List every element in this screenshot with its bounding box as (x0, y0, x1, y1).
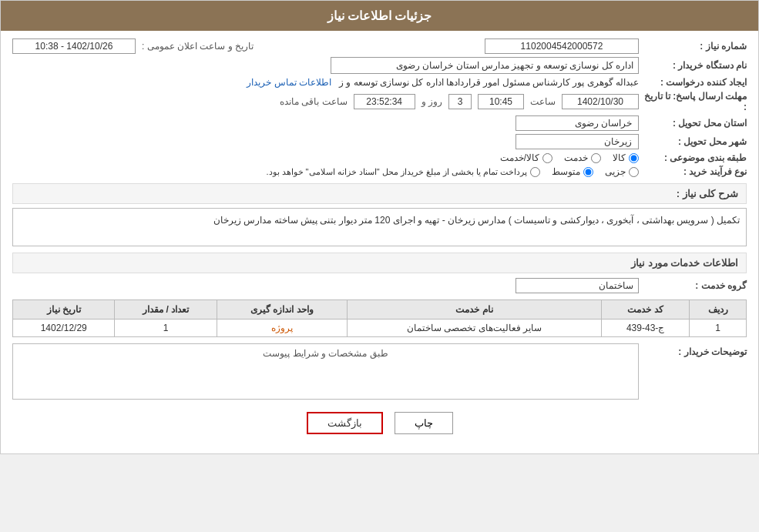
date-main: 1402/10/30 (562, 94, 639, 109)
ostan-input: خراسان رضوی (516, 115, 639, 131)
tabaqe-label: طبقه بندی موضوعی : (639, 152, 747, 163)
nooe-row: نوع فرآیند خرید : جزیی متوسط پرداخت تمام… (12, 166, 747, 177)
row-code: ج-43-439 (602, 320, 690, 337)
tosifat-textarea[interactable] (19, 362, 632, 393)
col-radif: ردیف (690, 300, 747, 320)
taarikh-aalan-label: تاریخ و ساعت اعلان عمومی : (142, 41, 254, 52)
nooe-radio-group: جزیی متوسط پرداخت تمام یا بخشی از مبلغ خ… (12, 166, 639, 177)
table-header-row: ردیف کد خدمت نام خدمت واحد اندازه گیری ت… (13, 300, 747, 320)
nam-dastgah-input: اداره کل نوسازی توسعه و تجهیز مدارس استا… (331, 57, 639, 74)
shomara-row: شماره نیاز : 1102004542000572 مهلت ارسال… (12, 38, 747, 54)
tamas-link[interactable]: اطلاعات تماس خریدار (247, 77, 331, 88)
tabaqe-kala-khadmat-item: کالا/خدمت (500, 152, 552, 163)
tabaqe-radio-group: کالا خدمت کالا/خدمت (12, 152, 639, 163)
ijad-label: ایجاد کننده درخواست : (639, 77, 747, 88)
table-row: 1 ج-43-439 سایر فعالیت‌های تخصصی ساختمان… (13, 320, 747, 337)
tabaqe-kala-label: کالا (613, 152, 626, 163)
shomara-label: شماره نیاز : (639, 41, 747, 52)
tabaqe-khadmat-item: خدمت (564, 152, 601, 163)
tabaqe-row: طبقه بندی موضوعی : کالا خدمت کالا/خدمت (12, 152, 747, 163)
row-count: 1 (115, 320, 217, 337)
print-button[interactable]: چاپ (395, 412, 453, 434)
nam-dastgah-label: نام دستگاه خریدار : (639, 60, 747, 71)
nooe-pardakht-radio[interactable] (530, 167, 540, 177)
tosifat-label: توضیحات خریدار : (639, 343, 747, 357)
nooe-mottavaset-radio[interactable] (583, 167, 593, 177)
tabaqe-value: کالا خدمت کالا/خدمت (12, 152, 639, 163)
shahr-input: زیرخان (516, 134, 639, 149)
mohlat-label: مهلت ارسال پاسخ: تا تاریخ : (639, 91, 747, 112)
table-body: 1 ج-43-439 سایر فعالیت‌های تخصصی ساختمان… (13, 320, 747, 337)
content-area: شماره نیاز : 1102004542000572 مهلت ارسال… (1, 31, 758, 453)
back-button[interactable]: بازگشت (307, 412, 383, 434)
shahr-row: شهر محل تحویل : زیرخان (12, 134, 747, 149)
gorohe-row: گروه خدمت : ساختمان (12, 278, 747, 293)
nam-dastgah-value: اداره کل نوسازی توسعه و تجهیز مدارس استا… (12, 57, 639, 74)
ostan-value: خراسان رضوی (12, 115, 639, 131)
page-wrapper: جزئیات اطلاعات نیاز شماره نیاز : 1102004… (0, 0, 759, 454)
nooe-pardakht-label: پرداخت تمام یا بخشی از مبلغ خریداز محل "… (266, 167, 527, 177)
ijad-row: ایجاد کننده درخواست : عبداله گوهری پور ک… (12, 77, 747, 88)
nooe-mottavaset-label: متوسط (552, 166, 580, 177)
tosifat-value: طبق مشخصات و شرایط پیوست (12, 343, 639, 400)
nooe-jozi-item: جزیی (605, 166, 639, 177)
nooe-jozi-radio[interactable] (629, 167, 639, 177)
taarikh-aalan-value: 1402/10/26 - 10:38 (12, 38, 136, 54)
ostan-label: استان محل تحویل : (639, 118, 747, 129)
shomara-value: 1102004542000572 مهلت ارسال پاسخ: تا تار… (254, 38, 639, 54)
shomara-input: 1102004542000572 (485, 38, 639, 54)
nooe-mottavaset-item: متوسط (552, 166, 593, 177)
tabaqe-khadmat-radio[interactable] (591, 153, 601, 163)
row-radif: 1 (690, 320, 747, 337)
col-code: کد خدمت (602, 300, 690, 320)
page-header: جزئیات اطلاعات نیاز (1, 1, 758, 31)
taarikh-aalan-group: تاریخ و ساعت اعلان عمومی : 1402/10/26 - … (12, 38, 254, 54)
tabaqe-kala-item: کالا (613, 152, 639, 163)
tabaqe-kala-radio[interactable] (629, 153, 639, 163)
row-date: 1402/12/29 (13, 320, 115, 337)
tosifat-row: توضیحات خریدار : طبق مشخصات و شرایط پیوس… (12, 343, 747, 400)
nooe-value: جزیی متوسط پرداخت تمام یا بخشی از مبلغ خ… (12, 166, 639, 177)
services-section-title: اطلاعات خدمات مورد نیاز (12, 253, 747, 273)
sharh-label: شرح کلی نیاز : (677, 188, 738, 199)
saat-label: ساعت (530, 96, 556, 107)
roz-value: 3 (448, 94, 472, 109)
nooe-pardakht-item: پرداخت تمام یا بخشی از مبلغ خریداز محل "… (266, 167, 540, 177)
tabaqe-kala-khadmat-label: کالا/خدمت (500, 152, 539, 163)
nooe-label: نوع فرآیند خرید : (639, 166, 747, 177)
nooe-jozi-label: جزیی (605, 166, 626, 177)
tabaqe-kala-khadmat-radio[interactable] (542, 153, 552, 163)
tabaqe-khadmat-label: خدمت (564, 152, 588, 163)
services-table: ردیف کد خدمت نام خدمت واحد اندازه گیری ت… (12, 299, 747, 337)
row-unit: پروژه (217, 320, 348, 337)
row-name: سایر فعالیت‌های تخصصی ساختمان (348, 320, 602, 337)
gorohe-input: ساختمان (516, 278, 639, 293)
tosifat-hint: طبق مشخصات و شرایط پیوست (19, 348, 632, 359)
unit-link[interactable]: پروژه (271, 323, 293, 333)
col-name: نام خدمت (348, 300, 602, 320)
baghimande-value: 23:52:34 (354, 94, 415, 109)
ijad-value: عبداله گوهری پور کارشناس مسئول امور قرار… (12, 77, 639, 88)
nam-dastgah-row: نام دستگاه خریدار : اداره کل نوسازی توسع… (12, 57, 747, 74)
col-unit: واحد اندازه گیری (217, 300, 348, 320)
ijad-text: عبداله گوهری پور کارشناس مسئول امور قرار… (339, 77, 639, 88)
sharh-text: تکمیل ( سرویس بهداشتی ، آبخوری ، دیوارکش… (213, 215, 740, 226)
mohlat-value: 1402/10/30 ساعت 10:45 3 روز و 23:52:34 س… (12, 94, 639, 109)
bottom-buttons: چاپ بازگشت (12, 403, 747, 446)
tosifat-box: طبق مشخصات و شرایط پیوست (12, 343, 639, 400)
shahr-value: زیرخان (12, 134, 639, 149)
table-head: ردیف کد خدمت نام خدمت واحد اندازه گیری ت… (13, 300, 747, 320)
date-row: 1402/10/30 ساعت 10:45 3 روز و 23:52:34 س… (12, 94, 639, 109)
shahr-label: شهر محل تحویل : (639, 136, 747, 147)
roz-label: روز و (421, 96, 442, 107)
ostan-row: استان محل تحویل : خراسان رضوی (12, 115, 747, 131)
saat-value: 10:45 (478, 94, 524, 109)
col-count: تعداد / مقدار (115, 300, 217, 320)
col-date: تاریخ نیاز (13, 300, 115, 320)
gorohe-value: ساختمان (12, 278, 639, 293)
page-title: جزئیات اطلاعات نیاز (327, 9, 432, 22)
sharh-section-title: شرح کلی نیاز : (12, 183, 747, 204)
gorohe-label: گروه خدمت : (639, 280, 747, 291)
mohlat-row: مهلت ارسال پاسخ: تا تاریخ : 1402/10/30 س… (12, 91, 747, 112)
baghimande-label: ساعت باقی مانده (280, 96, 348, 107)
